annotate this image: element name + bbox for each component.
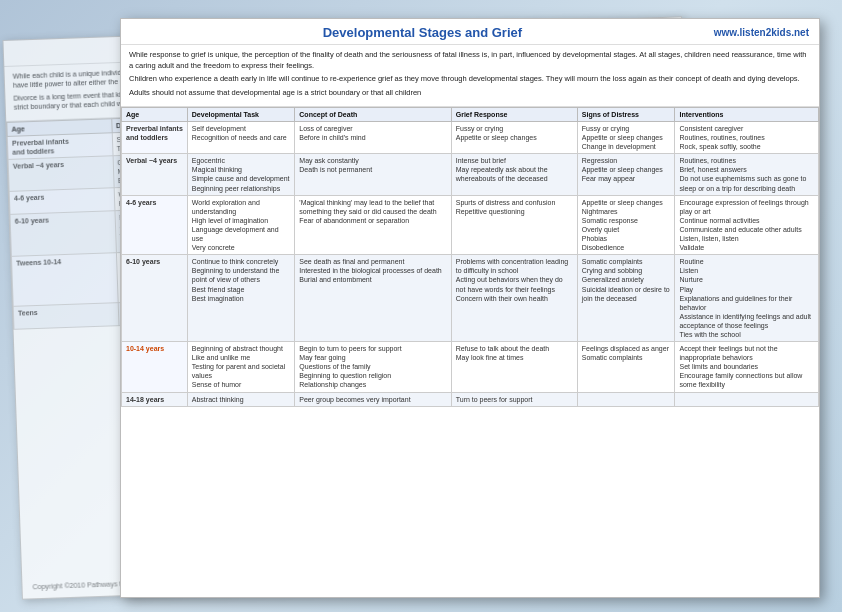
age-cell: 4-6 years	[122, 195, 188, 255]
concept-cell: May ask constantlyDeath is not permanent	[295, 154, 451, 195]
interv-cell: Consistent caregiverRoutines, routines, …	[675, 122, 819, 154]
col-dev-task: Developmental Task	[187, 108, 295, 122]
concept-cell: See death as final and permanentInterest…	[295, 255, 451, 342]
task-cell: World exploration and understandingHigh …	[187, 195, 295, 255]
concept-cell: Begin to turn to peers for supportMay fe…	[295, 342, 451, 392]
age-cell: 6-10 years	[122, 255, 188, 342]
grief-table-container: Age Developmental Task Concept of Death …	[121, 107, 819, 407]
interv-cell: Routines, routinesBrief, honest answersD…	[675, 154, 819, 195]
grief-intro: While response to grief is unique, the p…	[121, 45, 819, 107]
age-cell: 6-10 years	[10, 211, 116, 256]
grief-table: Age Developmental Task Concept of Death …	[121, 107, 819, 407]
task-cell: Beginning of abstract thoughtLike and un…	[187, 342, 295, 392]
grief-cell: Fussy or cryingAppetite or sleep changes	[451, 122, 577, 154]
distress-cell: RegressionAppetite or sleep changesFear …	[577, 154, 675, 195]
task-cell: Self developmentRecognition of needs and…	[187, 122, 295, 154]
age-cell: Preverbal infantsand toddlers	[122, 122, 188, 154]
grief-intro-p3: Adults should not assume that developmen…	[129, 88, 811, 99]
age-cell: 14-18 years	[122, 392, 188, 406]
grief-header: Developmental Stages and Grief www.liste…	[121, 19, 819, 45]
interv-cell: RoutineListenNurturePlayExplanations and…	[675, 255, 819, 342]
task-cell: Abstract thinking	[187, 392, 295, 406]
task-cell: EgocentricMagical thinkingSimple cause a…	[187, 154, 295, 195]
age-cell: Verbal ~4 years	[8, 156, 114, 192]
grief-document: Developmental Stages and Grief www.liste…	[120, 18, 820, 598]
age-cell: Teens	[13, 303, 118, 330]
task-cell: Continue to think concretelyBeginning to…	[187, 255, 295, 342]
col-interventions: Interventions	[675, 108, 819, 122]
table-row: 14-18 years Abstract thinking Peer group…	[122, 392, 819, 406]
grief-intro-p1: While response to grief is unique, the p…	[129, 50, 811, 71]
grief-title: Developmental Stages and Grief	[131, 25, 714, 40]
grief-cell: Refuse to talk about the deathMay look f…	[451, 342, 577, 392]
distress-cell: Fussy or cryingAppetite or sleep changes…	[577, 122, 675, 154]
grief-cell: Turn to peers for support	[451, 392, 577, 406]
grief-cell: Problems with concentration leading to d…	[451, 255, 577, 342]
distress-cell: Appetite or sleep changesNightmaresSomat…	[577, 195, 675, 255]
col-signs-distress: Signs of Distress	[577, 108, 675, 122]
grief-table-header-row: Age Developmental Task Concept of Death …	[122, 108, 819, 122]
concept-cell: 'Magical thinking' may lead to the belie…	[295, 195, 451, 255]
col-concept-death: Concept of Death	[295, 108, 451, 122]
concept-cell: Loss of caregiverBefore in child's mind	[295, 122, 451, 154]
table-row: Verbal ~4 years EgocentricMagical thinki…	[122, 154, 819, 195]
age-cell: 10-14 years	[122, 342, 188, 392]
table-row: 4-6 years World exploration and understa…	[122, 195, 819, 255]
col-age: Age	[122, 108, 188, 122]
distress-cell	[577, 392, 675, 406]
distress-cell: Somatic complaintsCrying and sobbingGene…	[577, 255, 675, 342]
interv-cell	[675, 392, 819, 406]
distress-cell: Feelings displaced as angerSomatic compl…	[577, 342, 675, 392]
grief-intro-p2: Children who experience a death early in…	[129, 74, 811, 85]
grief-url: www.listen2kids.net	[714, 27, 809, 38]
table-row: Preverbal infantsand toddlers Self devel…	[122, 122, 819, 154]
age-cell: Verbal ~4 years	[122, 154, 188, 195]
col-grief-response: Grief Response	[451, 108, 577, 122]
grief-cell: Intense but briefMay repeatedly ask abou…	[451, 154, 577, 195]
table-row: 10-14 years Beginning of abstract though…	[122, 342, 819, 392]
table-row: 6-10 years Continue to think concretelyB…	[122, 255, 819, 342]
interv-cell: Accept their feelings but not the inappr…	[675, 342, 819, 392]
concept-cell: Peer group becomes very important	[295, 392, 451, 406]
grief-cell: Spurts of distress and confusionRepetiti…	[451, 195, 577, 255]
age-cell: Tweens 10-14	[11, 252, 117, 306]
interv-cell: Encourage expression of feelings through…	[675, 195, 819, 255]
